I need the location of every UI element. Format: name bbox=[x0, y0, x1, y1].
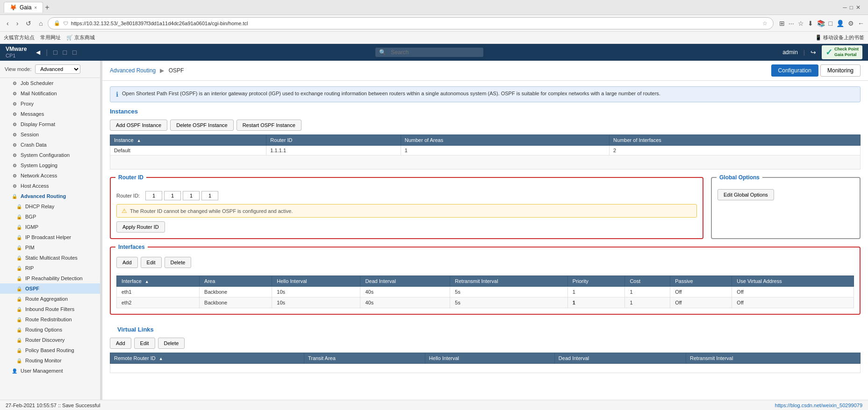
interfaces-label: Interfaces bbox=[115, 244, 148, 250]
interfaces-edit-button[interactable]: Edit bbox=[141, 257, 162, 268]
bookmark-common[interactable]: 常用网址 bbox=[40, 34, 61, 41]
sidebar-item-mail-notification[interactable]: ⚙ Mail Notification bbox=[0, 88, 100, 99]
sidebar-item-static-multicast[interactable]: 🔒 Static Multicast Routes bbox=[0, 253, 100, 263]
star-icon2[interactable]: ☆ bbox=[798, 20, 804, 27]
router-id-octet1[interactable] bbox=[145, 191, 162, 200]
virtual-links-edit-button[interactable]: Edit bbox=[134, 338, 155, 349]
sidebar-item-host-access[interactable]: ⚙ Host Access bbox=[0, 181, 100, 191]
sidebar-item-system-configuration[interactable]: ⚙ System Configuration bbox=[0, 150, 100, 160]
virtual-links-delete-button[interactable]: Delete bbox=[158, 338, 185, 349]
header-icon2[interactable]: □ bbox=[63, 49, 66, 56]
igmp-icon: 🔒 bbox=[16, 224, 22, 230]
search-input[interactable] bbox=[386, 48, 480, 57]
sidebar-item-advanced-routing[interactable]: 🔒 Advanced Routing bbox=[0, 191, 100, 201]
virtual-links-add-button[interactable]: Add bbox=[110, 338, 131, 349]
sidebar-item-policy-based-routing[interactable]: 🔒 Policy Based Routing bbox=[0, 345, 100, 355]
header-icon1[interactable]: □ bbox=[53, 49, 57, 56]
interfaces-row[interactable]: eth2 Backbone 10s 40s 5s 1 1 Off Off bbox=[117, 297, 854, 308]
cell-if-virtual2: Off bbox=[732, 297, 854, 308]
router-id-octet2[interactable] bbox=[164, 191, 181, 200]
grid-icon[interactable]: ⊞ bbox=[779, 20, 785, 27]
bookmark-jd[interactable]: 🛒 京东商城 bbox=[66, 34, 95, 41]
interfaces-delete-button[interactable]: Delete bbox=[165, 257, 192, 268]
tab-close-btn[interactable]: × bbox=[34, 5, 37, 10]
col-iface-priority: Priority bbox=[567, 276, 625, 287]
tab-configuration[interactable]: Configuration bbox=[771, 64, 818, 77]
settings-icon2[interactable]: ⚙ bbox=[848, 20, 854, 27]
sidebar-item-messages[interactable]: ⚙ Messages bbox=[0, 109, 100, 119]
minimize-btn[interactable]: ─ bbox=[843, 4, 847, 11]
col-vl-hello: Hello Interval bbox=[425, 353, 554, 364]
sidebar-item-ip-broadcast-helper[interactable]: 🔒 IP Broadcast Helper bbox=[0, 232, 100, 242]
virtual-links-section: Virtual Links Add Edit Delete Remote Rou… bbox=[102, 318, 868, 377]
forward-button[interactable]: › bbox=[14, 19, 22, 28]
bookmark-foxofficial[interactable]: 火狐官方站点 bbox=[4, 34, 35, 41]
sidebar-item-user-management[interactable]: 👤 User Management bbox=[0, 366, 100, 376]
restart-ospf-instance-button[interactable]: Restart OSPF Instance bbox=[237, 120, 301, 131]
sidebar-item-pim[interactable]: 🔒 PIM bbox=[0, 242, 100, 253]
cell-num-areas: 1 bbox=[401, 146, 609, 156]
profile-icon[interactable]: 👤 bbox=[836, 20, 844, 27]
router-id-octet3[interactable] bbox=[183, 191, 200, 200]
reload-button[interactable]: ↺ bbox=[23, 19, 34, 28]
cell-if-eth2: eth2 bbox=[117, 297, 200, 308]
interfaces-add-button[interactable]: Add bbox=[116, 257, 138, 268]
breadcrumb-parent[interactable]: Advanced Routing bbox=[110, 67, 156, 74]
app-header-left: VMware CP1 ◀ | □ □ □ bbox=[6, 46, 76, 59]
delete-ospf-instance-button[interactable]: Delete OSPF Instance bbox=[170, 120, 233, 131]
interfaces-row[interactable]: eth1 Backbone 10s 40s 5s 1 1 Off Off bbox=[117, 287, 854, 297]
ospf-icon: 🔒 bbox=[16, 285, 22, 292]
sidebar-item-network-access[interactable]: ⚙ Network Access bbox=[0, 170, 100, 181]
discovery-icon: 🔒 bbox=[16, 337, 22, 343]
mobile-bookmarks[interactable]: 📱 移动设备上的书签 bbox=[815, 34, 864, 41]
col-iface-passive: Passive bbox=[670, 276, 732, 287]
browser-tab[interactable]: 🦊 Gaia × bbox=[4, 2, 43, 13]
star-icon[interactable]: ☆ bbox=[762, 20, 768, 27]
view-mode-select[interactable]: Advanced Basic bbox=[35, 64, 80, 74]
logout-icon[interactable]: ↪ bbox=[811, 49, 816, 56]
app-header-right: admin | ↪ ✓ Check Point Gaia Portal bbox=[782, 45, 862, 59]
sidebar-item-display-format[interactable]: ⚙ Display Format bbox=[0, 119, 100, 129]
sidebar-item-crash-data[interactable]: ⚙ Crash Data bbox=[0, 140, 100, 150]
collections-icon[interactable]: 📚 bbox=[817, 20, 825, 27]
download-icon[interactable]: ⬇ bbox=[808, 20, 813, 27]
virtual-links-buttons: Add Edit Delete bbox=[110, 336, 861, 353]
add-ospf-instance-button[interactable]: Add OSPF Instance bbox=[110, 120, 167, 131]
tab-monitoring[interactable]: Monitoring bbox=[820, 64, 861, 77]
header-icon3[interactable]: □ bbox=[72, 49, 76, 56]
sidebar-item-ospf[interactable]: 🔒 OSPF bbox=[0, 283, 100, 294]
table-row[interactable]: Default 1.1.1.1 1 2 bbox=[110, 146, 861, 156]
cell-if-passive2: Off bbox=[670, 297, 732, 308]
sidebar-item-session[interactable]: ⚙ Session bbox=[0, 129, 100, 140]
maximize-btn[interactable]: □ bbox=[850, 4, 853, 11]
cell-if-cost2: 1 bbox=[625, 297, 670, 308]
sidebar-item-bgp[interactable]: 🔒 BGP bbox=[0, 212, 100, 222]
cell-if-virtual1: Off bbox=[732, 287, 854, 297]
sidebar-item-inbound-route-filters[interactable]: 🔒 Inbound Route Filters bbox=[0, 304, 100, 314]
sidebar-item-routing-monitor[interactable]: 🔒 Routing Monitor bbox=[0, 355, 100, 366]
sidebar-item-igmp[interactable]: 🔒 IGMP bbox=[0, 222, 100, 232]
browser-icons: ⊞ ··· ☆ ⬇ 📚 □ 👤 ⚙ ← bbox=[779, 20, 864, 27]
sidebar-collapse-icon[interactable]: ◀ bbox=[36, 49, 40, 56]
sidebar-item-dhcp-relay[interactable]: 🔒 DHCP Relay bbox=[0, 201, 100, 212]
close-btn[interactable]: ✕ bbox=[856, 4, 861, 11]
router-id-octet4[interactable] bbox=[201, 191, 218, 200]
tab-icon[interactable]: □ bbox=[829, 20, 832, 27]
home-button[interactable]: ⌂ bbox=[36, 19, 45, 28]
more-icon[interactable]: ··· bbox=[789, 20, 794, 27]
edit-global-options-button[interactable]: Edit Global Options bbox=[717, 189, 774, 200]
sidebar-item-rip[interactable]: 🔒 RIP bbox=[0, 263, 100, 273]
address-bar[interactable]: 🔒 🛡 https://10.32.132.53/_3e8018397f3dd1… bbox=[48, 17, 774, 29]
new-tab-button[interactable]: + bbox=[45, 3, 49, 12]
sidebar-item-job-scheduler[interactable]: ⚙ Job Scheduler bbox=[0, 78, 100, 88]
sidebar-item-router-discovery[interactable]: 🔒 Router Discovery bbox=[0, 335, 100, 345]
sidebar-item-route-aggregation[interactable]: 🔒 Route Aggregation bbox=[0, 294, 100, 304]
sidebar-item-ip-reachability[interactable]: 🔒 IP Reachability Detection ↓ bbox=[0, 273, 100, 283]
back-button[interactable]: ‹ bbox=[4, 19, 12, 28]
sidebar-item-proxy[interactable]: ⚙ Proxy bbox=[0, 99, 100, 109]
back-icon2[interactable]: ← bbox=[858, 20, 864, 27]
sidebar-item-route-redistribution[interactable]: 🔒 Route Redistribution bbox=[0, 314, 100, 325]
sidebar-item-system-logging[interactable]: ⚙ System Logging bbox=[0, 160, 100, 170]
sidebar-item-routing-options[interactable]: 🔒 Routing Options bbox=[0, 325, 100, 335]
apply-router-id-button[interactable]: Apply Router ID bbox=[116, 221, 165, 233]
